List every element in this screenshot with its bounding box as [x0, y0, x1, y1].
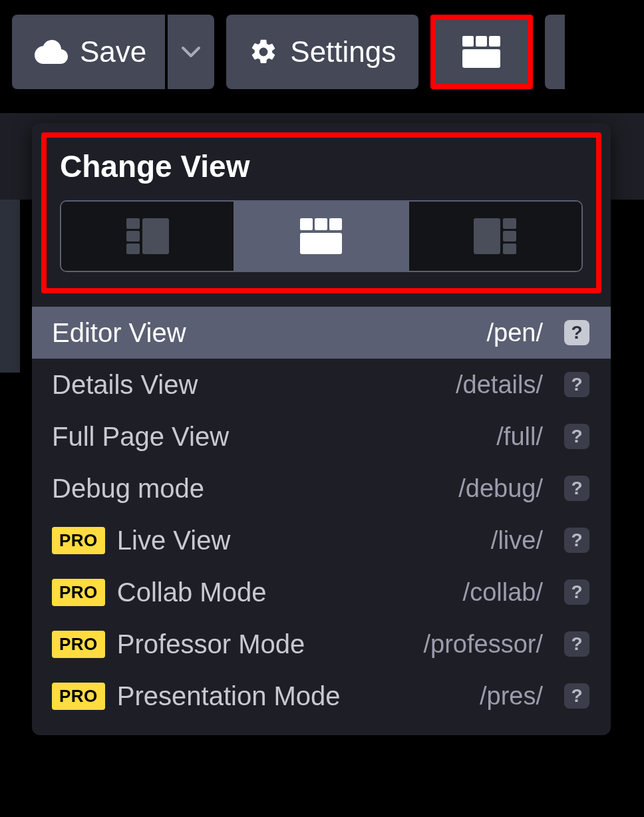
layout-option-right[interactable]: [408, 202, 581, 271]
settings-button[interactable]: Settings: [226, 15, 418, 89]
change-view-title: Change View: [60, 148, 583, 184]
pro-badge: PRO: [52, 631, 105, 658]
menu-label: Full Page View: [52, 422, 484, 452]
menu-item-professor-mode[interactable]: PRO Professor Mode /professor/ ?: [32, 618, 611, 670]
menu-label: Details View: [52, 370, 444, 400]
svg-rect-15: [503, 244, 516, 254]
menu-path: /pres/: [480, 682, 543, 711]
help-icon[interactable]: ?: [564, 476, 589, 501]
menu-path: /pen/: [486, 319, 543, 347]
help-icon[interactable]: ?: [564, 372, 589, 397]
menu-label: Debug mode: [52, 474, 446, 504]
layout-option-top[interactable]: [234, 202, 407, 271]
menu-item-editor-view[interactable]: Editor View /pen/ ?: [32, 307, 611, 359]
menu-label: Presentation Mode: [117, 681, 468, 711]
svg-rect-6: [126, 244, 140, 254]
svg-rect-2: [489, 36, 500, 47]
menu-path: /collab/: [463, 578, 543, 607]
svg-rect-8: [300, 218, 313, 230]
menu-path: /details/: [456, 371, 543, 399]
menu-path: /professor/: [423, 630, 543, 659]
toolbar-button-partial[interactable]: [545, 15, 565, 89]
pro-badge: PRO: [52, 579, 105, 606]
layout-left-icon: [126, 218, 169, 254]
pro-badge: PRO: [52, 527, 105, 554]
save-dropdown-toggle[interactable]: [168, 15, 214, 89]
svg-rect-4: [126, 218, 140, 229]
layout-option-left[interactable]: [61, 202, 234, 271]
change-view-section: Change View: [41, 132, 601, 293]
help-icon[interactable]: ?: [564, 683, 589, 709]
menu-label: Editor View: [52, 318, 474, 348]
chevron-down-icon: [181, 46, 201, 58]
menu-item-live-view[interactable]: PRO Live View /live/ ?: [32, 514, 611, 566]
menu-item-collab-mode[interactable]: PRO Collab Mode /collab/ ?: [32, 566, 611, 618]
layout-top-icon: [462, 36, 501, 68]
help-icon[interactable]: ?: [564, 631, 589, 657]
svg-rect-10: [329, 218, 342, 230]
svg-rect-12: [474, 218, 500, 254]
svg-rect-11: [300, 233, 342, 254]
menu-item-full-page-view[interactable]: Full Page View /full/ ?: [32, 410, 611, 462]
gear-icon: [249, 37, 278, 67]
help-icon[interactable]: ?: [564, 528, 589, 553]
svg-rect-7: [142, 218, 169, 254]
change-view-button[interactable]: [430, 15, 533, 89]
help-icon[interactable]: ?: [564, 320, 589, 345]
save-button[interactable]: Save: [12, 15, 165, 89]
svg-rect-3: [462, 49, 500, 68]
help-icon[interactable]: ?: [564, 424, 589, 449]
settings-label: Settings: [290, 35, 396, 69]
view-menu-list: Editor View /pen/ ? Details View /detail…: [32, 307, 611, 722]
svg-rect-1: [476, 36, 487, 47]
menu-item-presentation-mode[interactable]: PRO Presentation Mode /pres/ ?: [32, 670, 611, 722]
menu-path: /full/: [496, 422, 543, 451]
help-icon[interactable]: ?: [564, 579, 589, 605]
layout-right-icon: [474, 218, 516, 254]
save-label: Save: [80, 35, 146, 69]
svg-rect-14: [503, 231, 516, 242]
menu-label: Professor Mode: [117, 629, 412, 659]
pro-badge: PRO: [52, 683, 105, 710]
menu-label: Live View: [117, 526, 479, 556]
svg-rect-0: [462, 36, 474, 47]
menu-item-details-view[interactable]: Details View /details/ ?: [32, 359, 611, 410]
menu-path: /debug/: [458, 474, 543, 503]
menu-path: /live/: [491, 526, 543, 555]
svg-rect-9: [315, 218, 327, 230]
layout-top-icon: [300, 218, 343, 254]
cloud-icon: [35, 40, 68, 64]
editor-toolbar: Save Settings: [0, 0, 644, 104]
menu-item-debug-mode[interactable]: Debug mode /debug/ ?: [32, 462, 611, 514]
menu-label: Collab Mode: [117, 577, 451, 607]
svg-rect-13: [503, 218, 516, 229]
layout-switch: [60, 200, 583, 272]
change-view-dropdown: Change View: [32, 123, 611, 735]
svg-rect-5: [126, 231, 140, 242]
save-button-group: Save: [12, 15, 214, 89]
background-sidebar-stub: [0, 200, 20, 373]
